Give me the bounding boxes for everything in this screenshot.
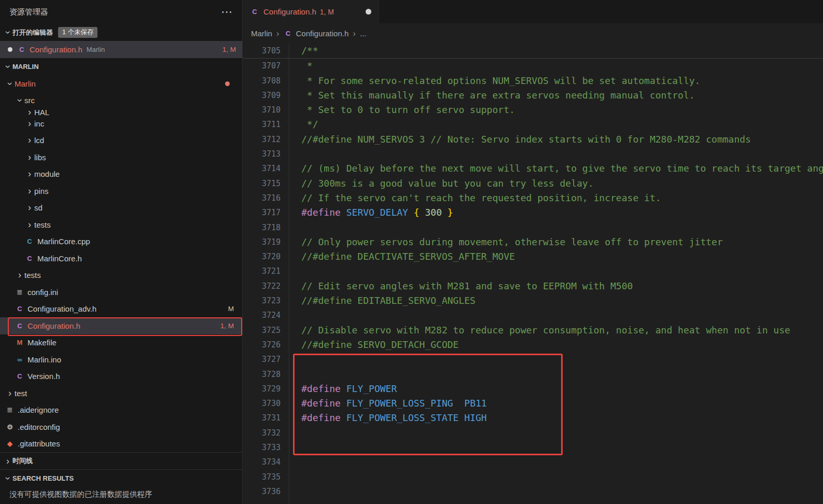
tree-file-gitattributes[interactable]: ◆.gitattributes (0, 436, 242, 453)
code-line-3713[interactable]: 3713 (243, 147, 823, 161)
tree-folder-tests[interactable]: tests (0, 267, 242, 284)
line-number[interactable]: 3734 (243, 455, 281, 469)
tree-file-configuration_adv.h[interactable]: CConfiguration_adv.hM (0, 301, 242, 318)
breadcrumb-symbol[interactable]: ... (360, 29, 367, 38)
line-number[interactable]: 3724 (243, 308, 281, 323)
tree-folder-lcd[interactable]: lcd (0, 132, 242, 149)
code-line-3724[interactable]: 3724 (243, 308, 823, 323)
line-number[interactable]: 3727 (243, 352, 281, 367)
line-number[interactable]: 3732 (243, 426, 281, 440)
line-number[interactable]: 3726 (243, 338, 281, 352)
code-line-3714[interactable]: 3714// (ms) Delay before the next move w… (243, 161, 823, 176)
line-number[interactable]: 3714 (243, 161, 281, 176)
tree-file-marlincore.h[interactable]: CMarlinCore.h (0, 250, 242, 267)
line-number[interactable]: 3720 (243, 249, 281, 264)
tree-folder-src[interactable]: src (0, 92, 242, 109)
search-results-header[interactable]: SEARCH RESULTS (0, 469, 242, 486)
code-line-3710[interactable]: 3710 * Set to 0 to turn off servo suppor… (243, 103, 823, 117)
code-line-3732[interactable]: 3732 (243, 426, 823, 440)
code-line-3733[interactable]: 3733 (243, 440, 823, 455)
tree-folder-pins[interactable]: pins (0, 183, 242, 200)
line-number[interactable]: 3705 (243, 44, 281, 58)
code-line-3728[interactable]: 3728 (243, 367, 823, 382)
line-number[interactable]: 3723 (243, 293, 281, 308)
code-text (281, 470, 823, 484)
tree-folder-module[interactable]: module (0, 166, 242, 183)
line-number[interactable]: 3728 (243, 367, 281, 382)
line-number[interactable]: 3733 (243, 440, 281, 455)
tree-file-version.h[interactable]: CVersion.h (0, 368, 242, 385)
line-number[interactable]: 3719 (243, 235, 281, 249)
line-number[interactable]: 3730 (243, 396, 281, 411)
code-line-3712[interactable]: 3712//#define NUM_SERVOS 3 // Note: Serv… (243, 132, 823, 147)
tree-file-makefile[interactable]: MMakefile (0, 334, 242, 352)
open-editors-header[interactable]: 打开的编辑器 1 个未保存 (0, 24, 242, 41)
code-line-3723[interactable]: 3723//#define EDITABLE_SERVO_ANGLES (243, 293, 823, 308)
code-line-3718[interactable]: 3718 (243, 220, 823, 235)
code-line-3705[interactable]: 3705/** (243, 44, 823, 58)
tree-folder-libs[interactable]: libs (0, 149, 242, 166)
more-actions-icon[interactable]: ⋯ (221, 9, 233, 15)
code-line-3711[interactable]: 3711 */ (243, 117, 823, 132)
tree-folder-tests[interactable]: tests (0, 216, 242, 233)
code-line-3715[interactable]: 3715// 300ms is a good value but you can… (243, 176, 823, 191)
unsaved-dot-icon[interactable] (366, 9, 371, 15)
line-number[interactable]: 3736 (243, 484, 281, 499)
code-line-3734[interactable]: 3734 (243, 455, 823, 469)
code-line-3721[interactable]: 3721 (243, 264, 823, 278)
tree-file-configuration.h[interactable]: CConfiguration.h1, M (0, 317, 242, 334)
line-number[interactable]: 3715 (243, 176, 281, 191)
line-number[interactable]: 3735 (243, 470, 281, 484)
line-number[interactable]: 3711 (243, 117, 281, 132)
tree-file-editorconfig[interactable]: ⚙.editorconfig (0, 418, 242, 436)
code-line-3726[interactable]: 3726//#define SERVO_DETACH_GCODE (243, 338, 823, 352)
line-number[interactable]: 3712 (243, 132, 281, 147)
git-status-badge: M (228, 305, 234, 313)
open-editor-item-configuration-h[interactable]: C Configuration.h Marlin 1, M (0, 41, 242, 58)
code-line-3730[interactable]: 3730#define FLY_POWER_LOSS_PING PB11 (243, 396, 823, 411)
tree-folder-inc[interactable]: inc (0, 115, 242, 132)
tree-file-marlin.ino[interactable]: ∞Marlin.ino (0, 351, 242, 368)
line-number[interactable]: 3731 (243, 411, 281, 425)
code-line-3707[interactable]: 3707 * (243, 59, 823, 73)
tree-folder-hal[interactable]: HAL (0, 109, 242, 115)
line-number[interactable]: 3713 (243, 147, 281, 161)
workspace-header[interactable]: MARLIN (0, 58, 242, 75)
line-number[interactable]: 3717 (243, 205, 281, 220)
code-editor[interactable]: 3705/** 3707 *3708 * For some servo-rela… (243, 44, 823, 504)
line-number[interactable]: 3725 (243, 323, 281, 338)
line-number[interactable]: 3708 (243, 74, 281, 88)
code-line-3731[interactable]: 3731#define FLY_POWER_LOSS_STATE HIGH (243, 411, 823, 425)
tree-folder-test[interactable]: test (0, 385, 242, 402)
code-line-3709[interactable]: 3709 * Set this manually if there are ex… (243, 88, 823, 103)
code-line-3722[interactable]: 3722// Edit servo angles with M281 and s… (243, 279, 823, 293)
tree-file-aiderignore[interactable]: ≣.aiderignore (0, 402, 242, 419)
code-line-3735[interactable]: 3735 (243, 470, 823, 484)
line-number[interactable]: 3718 (243, 220, 281, 235)
tree-file-marlincore.cpp[interactable]: CMarlinCore.cpp (0, 233, 242, 250)
code-line-3729[interactable]: 3729#define FLY_POWER (243, 382, 823, 396)
line-number[interactable]: 3721 (243, 264, 281, 278)
line-number[interactable]: 3722 (243, 279, 281, 293)
line-number[interactable]: 3709 (243, 88, 281, 103)
line-number[interactable]: 3707 (243, 59, 281, 73)
tab-configuration-h[interactable]: C Configuration.h 1, M (243, 0, 379, 23)
code-line-3716[interactable]: 3716// If the servo can't reach the requ… (243, 191, 823, 205)
code-line-3717[interactable]: 3717#define SERVO_DELAY { 300 } (243, 205, 823, 220)
line-number[interactable]: 3729 (243, 382, 281, 396)
sticky-scroll-line[interactable]: 3705/** (243, 44, 823, 59)
line-number[interactable]: 3710 (243, 103, 281, 117)
code-line-3708[interactable]: 3708 * For some servo-related options NU… (243, 74, 823, 88)
code-line-3725[interactable]: 3725// Disable servo with M282 to reduce… (243, 323, 823, 338)
tree-folder-sd[interactable]: sd (0, 200, 242, 217)
breadcrumb-file[interactable]: Configuration.h (296, 29, 349, 38)
code-line-3727[interactable]: 3727 (243, 352, 823, 367)
code-line-3719[interactable]: 3719// Only power servos during movement… (243, 235, 823, 249)
tree-folder-marlin[interactable]: Marlin (0, 75, 242, 92)
code-line-3736[interactable]: 3736 (243, 484, 823, 499)
line-number[interactable]: 3716 (243, 191, 281, 205)
timeline-header[interactable]: 时间线 (0, 452, 242, 469)
tree-file-config.ini[interactable]: ≣config.ini (0, 284, 242, 301)
breadcrumb-folder[interactable]: Marlin (251, 29, 272, 38)
code-line-3720[interactable]: 3720//#define DEACTIVATE_SERVOS_AFTER_MO… (243, 249, 823, 264)
